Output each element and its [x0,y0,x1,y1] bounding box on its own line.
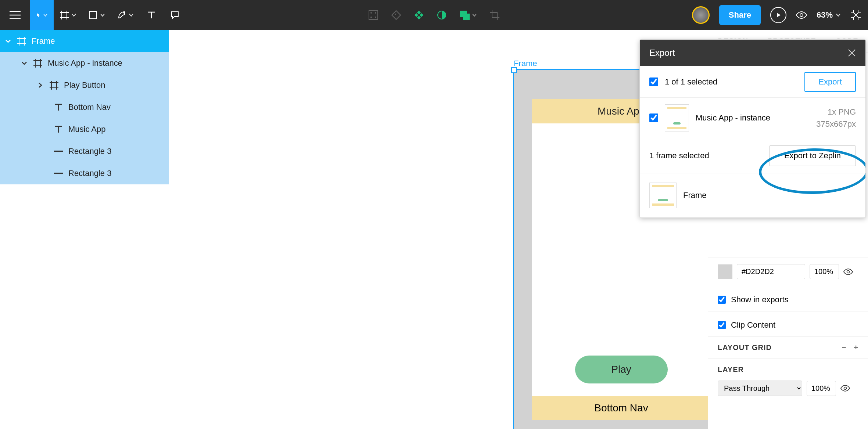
layer-play-button[interactable]: Play Button [0,74,169,96]
shape-tool[interactable] [82,0,111,30]
export-thumbnail [665,104,689,131]
comment-tool[interactable] [163,0,187,30]
svg-rect-8 [463,14,470,20]
play-button: Play [575,356,668,383]
export-item-meta: 1x PNG 375x667px [816,106,856,130]
export-item-row[interactable]: Music App - instance 1x PNG 375x667px [640,98,865,138]
present-button[interactable] [770,7,786,23]
export-modal: Export 1 of 1 selected Export Music App … [639,39,866,218]
toolbar-right: Share 63% [692,5,868,25]
components-icon[interactable] [414,10,424,20]
plus-icon[interactable]: + [854,343,858,352]
text-tool[interactable] [140,0,163,30]
layers-panel: Frame Music App - instance Play Button B… [0,30,169,429]
app-footer: Bottom Nav [532,396,710,420]
layer-label: Frame [32,36,55,46]
frames-selected-label: 1 frame selected [649,151,709,161]
frame-label[interactable]: Frame [514,59,537,68]
close-icon[interactable] [848,49,856,57]
svg-rect-11 [54,173,63,174]
frame-tool[interactable] [54,0,82,30]
avatar[interactable] [692,6,710,24]
component-icon[interactable] [368,10,379,20]
move-tool[interactable] [30,0,54,30]
export-to-zeplin-button[interactable]: Export to Zeplin [769,145,856,166]
toolbar-center [368,10,500,20]
svg-rect-0 [89,11,97,19]
layer-label: Music App [68,125,106,134]
menu-button[interactable] [0,0,30,30]
export-title: Export [649,48,675,58]
layer-label: Music App - instance [48,58,122,68]
svg-point-4 [370,17,372,18]
resize-icon[interactable] [850,10,861,21]
svg-point-9 [800,14,803,17]
visibility-icon[interactable] [840,385,850,392]
fill-opacity-input[interactable] [810,264,839,279]
svg-rect-1 [369,11,378,19]
svg-point-12 [847,270,850,273]
frame-thumbnail [649,183,677,208]
blend-mode-select[interactable]: Pass Through [718,381,802,396]
layer-music-app-instance[interactable]: Music App - instance [0,52,169,74]
fill-hex-input[interactable] [737,264,805,279]
topbar: Share 63% [0,0,868,30]
svg-point-13 [844,387,847,390]
reset-icon[interactable] [391,10,401,20]
svg-point-3 [375,12,376,14]
share-button[interactable]: Share [719,5,761,25]
frame-item-label: Frame [683,191,707,200]
export-summary-row: 1 of 1 selected Export [640,66,865,98]
layer-heading: LAYER [718,365,744,374]
layer-frame-root[interactable]: Frame [0,30,169,52]
fill-section [708,257,868,286]
svg-point-5 [375,17,376,18]
select-all-checkbox[interactable] [649,77,658,86]
export-button[interactable]: Export [804,72,856,92]
fill-swatch[interactable] [718,264,732,279]
layer-label: Rectangle 3 [68,169,111,178]
layer-opacity-input[interactable] [807,381,836,396]
layer-music-app-text[interactable]: Music App [0,118,169,140]
zoom-value: 63% [817,10,833,20]
selected-count: 1 of 1 selected [665,77,717,87]
svg-point-2 [370,12,372,14]
layer-rectangle-3a[interactable]: Rectangle 3 [0,140,169,162]
zoom-control[interactable]: 63% [817,10,841,20]
mask-icon[interactable] [437,10,447,20]
clip-content-checkbox[interactable]: Clip Content [718,320,858,330]
pen-tool[interactable] [111,0,140,30]
toolbar-left [0,0,187,30]
show-in-exports-checkbox[interactable]: Show in exports [718,295,858,304]
layout-grid-heading: LAYOUT GRID [718,343,772,352]
crop-icon[interactable] [489,10,500,20]
svg-rect-10 [54,151,63,152]
view-icon[interactable] [796,11,807,19]
layer-label: Rectangle 3 [68,147,111,156]
visibility-icon[interactable] [843,268,853,275]
export-frame-row[interactable]: Frame [640,173,865,217]
layer-label: Play Button [64,80,105,90]
layer-rectangle-3b[interactable]: Rectangle 3 [0,162,169,184]
export-modal-header: Export [640,40,865,66]
boolean-tool[interactable] [459,10,477,20]
layer-bottom-nav[interactable]: Bottom Nav [0,96,169,118]
export-item-name: Music App - instance [696,113,770,123]
layer-label: Bottom Nav [68,102,111,112]
export-item-checkbox[interactable] [649,113,658,122]
minus-icon[interactable]: − [842,343,847,352]
export-zeplin-row: 1 frame selected Export to Zeplin [640,138,865,173]
